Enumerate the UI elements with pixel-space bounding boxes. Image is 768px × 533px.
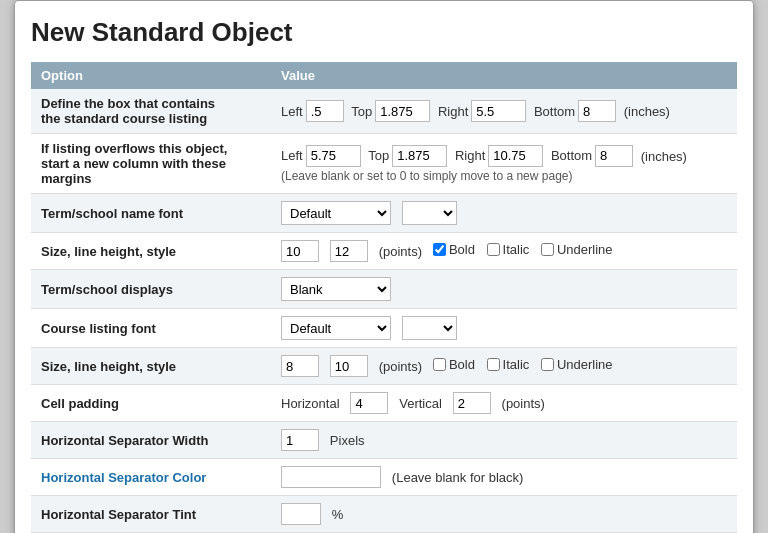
- term-displays-select[interactable]: Blank: [281, 277, 391, 301]
- term-italic-label[interactable]: Italic: [487, 242, 530, 257]
- value-cell-padding: Horizontal Vertical (points): [271, 385, 737, 422]
- term-lineheight-input[interactable]: [330, 240, 368, 262]
- right-label: Right: [438, 104, 468, 119]
- course-size-input[interactable]: [281, 355, 319, 377]
- overflow-bottom-label: Bottom: [551, 148, 592, 163]
- table-row: Horizontal Separator Color (Leave blank …: [31, 459, 737, 496]
- table-row: Size, line height, style (points) Bold I…: [31, 348, 737, 385]
- value-box: Left Top Right Bottom (in: [271, 89, 737, 134]
- top-label: Top: [351, 104, 372, 119]
- term-size-input[interactable]: [281, 240, 319, 262]
- overflow-note: (Leave blank or set to 0 to simply move …: [281, 169, 727, 183]
- main-table: Option Value Define the box that contain…: [31, 62, 737, 533]
- page-title: New Standard Object: [31, 17, 737, 48]
- option-label-sep-tint: Horizontal Separator Tint: [31, 496, 271, 533]
- bottom-input[interactable]: [578, 100, 616, 122]
- course-font-select2[interactable]: [402, 316, 457, 340]
- overflow-top-label: Top: [368, 148, 389, 163]
- option-label-cell-padding: Cell padding: [31, 385, 271, 422]
- top-input[interactable]: [375, 100, 430, 122]
- top-field-group: Top: [351, 100, 430, 122]
- overflow-right-label: Right: [455, 148, 485, 163]
- bottom-label: Bottom: [534, 104, 575, 119]
- option-label-sep-width: Horizontal Separator Width: [31, 422, 271, 459]
- table-row: Term/school displays Blank: [31, 270, 737, 309]
- overflow-left-group: Left: [281, 145, 361, 167]
- option-label-term-font: Term/school name font: [31, 194, 271, 233]
- table-row: Size, line height, style (points) Bold I…: [31, 233, 737, 270]
- value-term-font: Default: [271, 194, 737, 233]
- table-row: Horizontal Separator Width Pixels: [31, 422, 737, 459]
- course-bold-checkbox[interactable]: [433, 358, 446, 371]
- value-term-displays: Blank: [271, 270, 737, 309]
- course-italic-checkbox[interactable]: [487, 358, 500, 371]
- overflow-left-input[interactable]: [306, 145, 361, 167]
- window: New Standard Object Option Value Define …: [14, 0, 754, 533]
- course-bold-label[interactable]: Bold: [433, 357, 475, 372]
- option-label-course-font: Course listing font: [31, 309, 271, 348]
- term-font-select2[interactable]: [402, 201, 457, 225]
- option-label-overflow: If listing overflows this object,start a…: [31, 134, 271, 194]
- value-sep-tint: %: [271, 496, 737, 533]
- horizontal-padding-label: Horizontal: [281, 396, 340, 411]
- vertical-padding-input[interactable]: [453, 392, 491, 414]
- term-underline-label[interactable]: Underline: [541, 242, 613, 257]
- right-field-group: Right: [438, 100, 526, 122]
- option-label-term-displays: Term/school displays: [31, 270, 271, 309]
- table-row: Term/school name font Default: [31, 194, 737, 233]
- sep-color-input[interactable]: [281, 466, 381, 488]
- term-underline-checkbox[interactable]: [541, 243, 554, 256]
- value-course-font: Default: [271, 309, 737, 348]
- table-row: Cell padding Horizontal Vertical (points…: [31, 385, 737, 422]
- option-label-course-size: Size, line height, style: [31, 348, 271, 385]
- option-label-box: Define the box that containsthe standard…: [31, 89, 271, 134]
- sep-tint-unit: %: [332, 507, 344, 522]
- term-bold-checkbox[interactable]: [433, 243, 446, 256]
- col-header-value: Value: [271, 62, 737, 89]
- overflow-top-group: Top: [368, 145, 447, 167]
- overflow-top-input[interactable]: [392, 145, 447, 167]
- cell-padding-unit: (points): [502, 396, 545, 411]
- sep-color-note: (Leave blank for black): [392, 470, 524, 485]
- course-underline-checkbox[interactable]: [541, 358, 554, 371]
- overflow-left-label: Left: [281, 148, 303, 163]
- overflow-right-input[interactable]: [488, 145, 543, 167]
- value-sep-width: Pixels: [271, 422, 737, 459]
- unit-label: (inches): [624, 104, 670, 119]
- option-label-term-size: Size, line height, style: [31, 233, 271, 270]
- vertical-padding-label: Vertical: [399, 396, 442, 411]
- option-label-sep-color: Horizontal Separator Color: [31, 459, 271, 496]
- course-font-select1[interactable]: Default: [281, 316, 391, 340]
- course-lineheight-input[interactable]: [330, 355, 368, 377]
- table-row: If listing overflows this object,start a…: [31, 134, 737, 194]
- right-input[interactable]: [471, 100, 526, 122]
- left-field-group: Left: [281, 100, 344, 122]
- value-sep-color: (Leave blank for black): [271, 459, 737, 496]
- term-font-select1[interactable]: Default: [281, 201, 391, 225]
- overflow-bottom-input[interactable]: [595, 145, 633, 167]
- sep-width-input[interactable]: [281, 429, 319, 451]
- sep-tint-input[interactable]: [281, 503, 321, 525]
- table-row: Course listing font Default: [31, 309, 737, 348]
- table-row: Horizontal Separator Tint %: [31, 496, 737, 533]
- value-course-size: (points) Bold Italic Underline: [271, 348, 737, 385]
- course-size-unit: (points): [379, 359, 422, 374]
- table-row: Define the box that containsthe standard…: [31, 89, 737, 134]
- sep-width-unit: Pixels: [330, 433, 365, 448]
- bottom-field-group: Bottom: [534, 100, 616, 122]
- overflow-right-group: Right: [455, 145, 543, 167]
- term-bold-label[interactable]: Bold: [433, 242, 475, 257]
- overflow-bottom-group: Bottom: [551, 145, 633, 167]
- course-italic-label[interactable]: Italic: [487, 357, 530, 372]
- horizontal-padding-input[interactable]: [350, 392, 388, 414]
- left-input[interactable]: [306, 100, 344, 122]
- course-underline-label[interactable]: Underline: [541, 357, 613, 372]
- value-term-size: (points) Bold Italic Underline: [271, 233, 737, 270]
- term-italic-checkbox[interactable]: [487, 243, 500, 256]
- term-size-unit: (points): [379, 244, 422, 259]
- value-overflow: Left Top Right Bottom: [271, 134, 737, 194]
- overflow-unit-label: (inches): [641, 148, 687, 163]
- col-header-option: Option: [31, 62, 271, 89]
- left-label: Left: [281, 104, 303, 119]
